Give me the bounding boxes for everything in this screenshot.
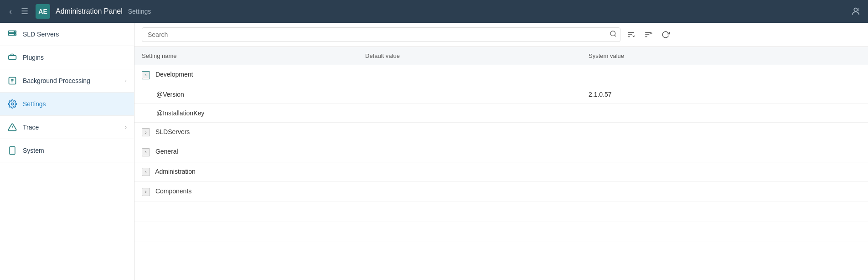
row-cell-sldservers-system: [581, 122, 868, 142]
sldservers-label: SLDServers: [155, 128, 190, 135]
search-button[interactable]: [610, 30, 617, 39]
sidebar-item-settings[interactable]: Settings: [0, 93, 134, 116]
user-profile-button[interactable]: [851, 6, 861, 16]
bg-processing-chevron-icon: ›: [125, 78, 127, 84]
table-row: › Administration: [134, 162, 868, 182]
svg-point-14: [610, 31, 615, 36]
sidebar-item-system-label: System: [23, 147, 127, 154]
expand-components-button[interactable]: ›: [142, 188, 150, 196]
table-row: @InstallationKey: [134, 104, 868, 122]
general-label: General: [155, 148, 178, 155]
svg-point-0: [854, 8, 857, 11]
sort-asc-button[interactable]: [624, 28, 638, 41]
svg-rect-12: [10, 147, 15, 155]
row-cell-administration-system: [581, 162, 868, 182]
sidebar-item-sld-servers[interactable]: SLD Servers: [0, 23, 134, 46]
menu-button[interactable]: ☰: [19, 5, 30, 18]
toolbar: [134, 23, 868, 47]
table-row: [134, 222, 868, 242]
settings-icon: [7, 99, 17, 109]
row-cell-version-default: [358, 85, 581, 104]
sld-servers-icon: [7, 29, 17, 39]
search-container: [142, 27, 620, 42]
row-cell-setting-name: › Development: [134, 65, 358, 85]
table-row: › Development: [134, 65, 868, 85]
table-row: › Components: [134, 182, 868, 202]
back-button[interactable]: ‹: [7, 5, 14, 18]
empty-row-2-system: [581, 222, 868, 242]
sidebar-item-trace[interactable]: Trace ›: [0, 116, 134, 139]
row-cell-general-default: [358, 142, 581, 162]
sidebar-item-background-processing[interactable]: Background Processing ›: [0, 69, 134, 93]
svg-line-15: [615, 35, 616, 36]
user-icon: [851, 6, 861, 16]
app-title: Administration Panel: [56, 7, 123, 16]
row-cell-components-system: [581, 182, 868, 202]
sidebar-item-plugins-label: Plugins: [23, 54, 127, 61]
table-header-row: Setting name Default value System value: [134, 47, 868, 65]
expand-general-button[interactable]: ›: [142, 148, 150, 156]
sidebar-item-sld-servers-label: SLD Servers: [23, 31, 127, 38]
search-icon: [610, 30, 617, 37]
sidebar-item-settings-label: Settings: [23, 100, 127, 108]
settings-table: Setting name Default value System value …: [134, 47, 868, 242]
plugins-icon: [7, 52, 17, 62]
empty-row-1-default: [358, 202, 581, 222]
trace-chevron-icon: ›: [125, 124, 127, 130]
row-cell-sldservers-default: [358, 122, 581, 142]
main-layout: SLD Servers Plugins Background Proces: [0, 23, 868, 280]
sidebar-item-bg-processing-label: Background Processing: [23, 77, 119, 84]
col-header-setting-name: Setting name: [134, 47, 358, 65]
row-cell-general-system: [581, 142, 868, 162]
row-cell-system-value: [581, 65, 868, 85]
row-cell-version-system: 2.1.0.57: [581, 85, 868, 104]
col-header-system-value: System value: [581, 47, 868, 65]
expand-sldservers-button[interactable]: ›: [142, 128, 150, 136]
administration-label: Administration: [155, 168, 196, 175]
trace-icon: [7, 122, 17, 132]
sort-desc-button[interactable]: [641, 28, 655, 41]
refresh-icon: [661, 31, 670, 39]
sidebar-item-system[interactable]: System: [0, 139, 134, 162]
row-cell-administration-default: [358, 162, 581, 182]
row-cell-default-value: [358, 65, 581, 85]
col-header-default-value: Default value: [358, 47, 581, 65]
system-icon: [7, 145, 17, 156]
table-row: @Version 2.1.0.57: [134, 85, 868, 104]
row-cell-version-name: @Version: [134, 85, 358, 104]
expand-administration-button[interactable]: ›: [142, 168, 150, 176]
refresh-button[interactable]: [659, 28, 672, 41]
settings-table-container: Setting name Default value System value …: [134, 47, 868, 280]
search-input[interactable]: [142, 27, 620, 42]
row-cell-installation-key-name: @InstallationKey: [134, 104, 358, 122]
svg-point-9: [11, 103, 14, 105]
sort-asc-icon: [627, 31, 635, 39]
empty-row-2-default: [358, 222, 581, 242]
table-row: › SLDServers: [134, 122, 868, 142]
app-header: ‹ ☰ AE Administration Panel Settings: [0, 0, 868, 23]
row-cell-installation-key-default: [358, 104, 581, 122]
development-label: Development: [155, 71, 193, 78]
empty-row-2-name: [134, 222, 358, 242]
row-cell-components-name: › Components: [134, 182, 358, 202]
svg-point-5: [14, 31, 16, 32]
row-cell-administration-name: › Administration: [134, 162, 358, 182]
table-row: › General: [134, 142, 868, 162]
app-logo: AE: [36, 4, 50, 19]
table-row: [134, 202, 868, 222]
row-cell-sldservers-name: › SLDServers: [134, 122, 358, 142]
row-cell-general-name: › General: [134, 142, 358, 162]
content-area: Setting name Default value System value …: [134, 23, 868, 280]
sidebar-item-plugins[interactable]: Plugins: [0, 46, 134, 69]
empty-row-1-name: [134, 202, 358, 222]
row-cell-components-default: [358, 182, 581, 202]
background-processing-icon: [7, 76, 17, 86]
components-label: Components: [155, 187, 191, 195]
sidebar: SLD Servers Plugins Background Proces: [0, 23, 134, 280]
expand-development-button[interactable]: ›: [142, 71, 150, 79]
row-cell-installation-key-system: [581, 104, 868, 122]
empty-row-1-system: [581, 202, 868, 222]
sort-desc-icon: [644, 31, 652, 39]
svg-point-6: [14, 34, 16, 35]
page-subtitle: Settings: [128, 8, 151, 15]
